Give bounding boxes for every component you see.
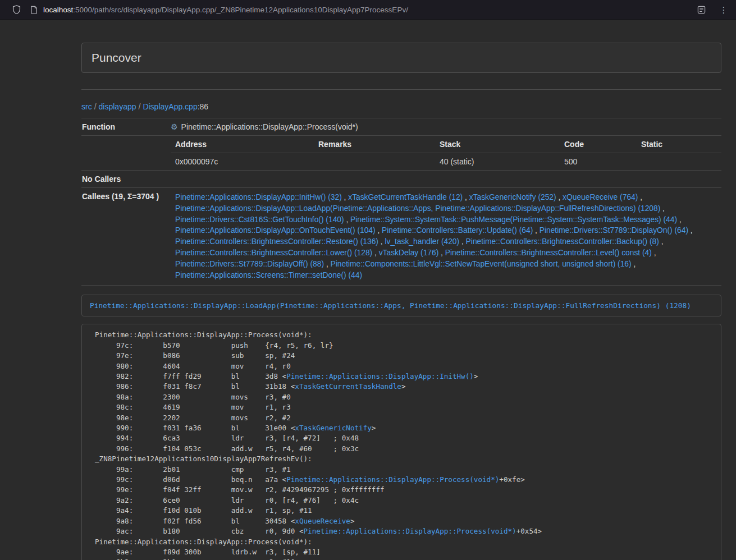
app-title: Puncover <box>92 51 141 64</box>
highlighted-symbol-box: Pinetime::Applications::DisplayApp::Load… <box>81 295 721 316</box>
code-symbol-link[interactable]: xQueueReceive <box>295 517 350 525</box>
callee-link[interactable]: Pinetime::Controllers::BrightnessControl… <box>175 249 372 257</box>
function-details-table: Address Remarks Stack Code Static 0x0000… <box>171 136 721 170</box>
callee-link[interactable]: Pinetime::Applications::DisplayApp::Init… <box>175 193 342 201</box>
callee-link[interactable]: Pinetime::Controllers::BrightnessControl… <box>445 249 652 257</box>
callee-separator: , <box>344 215 351 224</box>
function-name: Pinetime::Applications::DisplayApp::Proc… <box>181 122 358 131</box>
callee-separator: , <box>688 226 693 235</box>
callee-link[interactable]: Pinetime::Drivers::Cst816S::GetTouchInfo… <box>175 215 344 224</box>
col-header-static: Static <box>637 136 721 153</box>
callee-link[interactable]: xQueueReceive (764) <box>563 193 638 201</box>
callee-separator: , <box>533 226 540 235</box>
callee-separator: , <box>324 260 331 268</box>
breadcrumb-separator: / <box>92 102 99 111</box>
callee-link[interactable]: Pinetime::Controllers::Battery::Update()… <box>382 226 533 235</box>
cell-stack: 40 (static) <box>435 153 560 171</box>
url-host: localhost <box>43 6 73 14</box>
breadcrumb-line-number: :86 <box>198 102 208 111</box>
cell-code: 500 <box>560 153 637 171</box>
more-options-icon[interactable]: ⋮ <box>719 6 728 14</box>
col-header-remarks: Remarks <box>314 136 435 153</box>
breadcrumb-link-file[interactable]: DisplayApp.cpp <box>143 102 197 111</box>
callee-separator: , <box>459 237 466 246</box>
col-header-stack: Stack <box>435 136 560 153</box>
disassembly: Pinetime::Applications::DisplayApp::Proc… <box>81 324 721 560</box>
callee-separator: , <box>372 249 379 257</box>
function-details-row: Address Remarks Stack Code Static 0x0000… <box>81 136 721 171</box>
code-symbol-link[interactable]: Pinetime::Applications::DisplayApp::Init… <box>286 372 474 380</box>
app-header: Puncover <box>81 43 721 73</box>
callee-link[interactable]: vTaskDelay (176) <box>379 249 439 257</box>
callee-separator: , <box>376 226 382 235</box>
function-row: Function ⚙Pinetime::Applications::Displa… <box>81 118 721 136</box>
function-table: Function ⚙Pinetime::Applications::Displa… <box>81 118 721 286</box>
divider <box>81 89 721 90</box>
callee-separator: , <box>556 193 563 201</box>
code-symbol-link[interactable]: xTaskGetCurrentTaskHandle <box>295 382 401 391</box>
reader-view-icon[interactable] <box>697 6 706 14</box>
callees-row: Callees (19, Σ=3704 ) Pinetime::Applicat… <box>81 188 721 286</box>
callee-separator: , <box>638 193 642 201</box>
callee-link[interactable]: lv_task_handler (420) <box>385 237 459 246</box>
function-label: Function <box>81 118 166 136</box>
code-symbol-link[interactable]: Pinetime::Applications::DisplayApp::Proc… <box>286 475 499 484</box>
cell-address: 0x0000097c <box>171 153 314 171</box>
col-header-address: Address <box>171 136 314 153</box>
tracking-protection-shield-icon[interactable] <box>12 5 21 14</box>
breadcrumb-link-src[interactable]: src <box>81 102 92 111</box>
callees-label: Callees (19, Σ=3704 ) <box>81 188 166 286</box>
callee-separator: , <box>378 237 385 246</box>
callee-link[interactable]: Pinetime::Components::LittleVgl::SetNewT… <box>331 260 632 268</box>
callee-link[interactable]: Pinetime::Applications::DisplayApp::OnTo… <box>175 226 376 235</box>
callee-link[interactable]: Pinetime::Drivers::St7789::DisplayOn() (… <box>540 226 688 235</box>
no-callers-row: No Callers <box>81 171 721 188</box>
empty-label-cell <box>81 136 166 171</box>
details-value-row: 0x0000097c 40 (static) 500 <box>171 153 721 171</box>
breadcrumb-separator: / <box>136 102 143 111</box>
callees-list: Pinetime::Applications::DisplayApp::Init… <box>166 188 721 286</box>
page-info-icon[interactable] <box>30 6 38 14</box>
page-container: Puncover src/displayapp/DisplayApp.cpp:8… <box>81 43 721 560</box>
cell-remarks <box>314 153 435 171</box>
browser-toolbar: localhost:5000/path/src/displayapp/Displ… <box>0 0 736 20</box>
code-symbol-link[interactable]: Pinetime::Applications::DisplayApp::Proc… <box>304 527 516 535</box>
callee-link[interactable]: Pinetime::System::SystemTask::PushMessag… <box>350 215 677 224</box>
no-callers-label: No Callers <box>81 171 166 188</box>
callee-separator: , <box>463 193 469 201</box>
callee-link[interactable]: Pinetime::Controllers::BrightnessControl… <box>466 237 659 246</box>
callee-separator: , <box>659 237 664 246</box>
breadcrumb: src/displayapp/DisplayApp.cpp:86 <box>81 102 721 111</box>
callee-link[interactable]: Pinetime::Applications::DisplayApp::Load… <box>175 204 660 213</box>
callee-separator: , <box>438 249 445 257</box>
callee-separator: , <box>342 193 349 201</box>
function-name-cell: ⚙Pinetime::Applications::DisplayApp::Pro… <box>166 118 721 136</box>
cell-static <box>637 153 721 171</box>
callee-link[interactable]: xTaskGenericNotify (252) <box>469 193 556 201</box>
callee-link[interactable]: Pinetime::Applications::Screens::Timer::… <box>175 271 362 279</box>
highlighted-symbol-link[interactable]: Pinetime::Applications::DisplayApp::Load… <box>90 301 691 310</box>
callee-separator: , <box>632 260 636 268</box>
callee-link[interactable]: Pinetime::Controllers::BrightnessControl… <box>175 237 378 246</box>
function-icon: ⚙ <box>171 122 178 131</box>
callee-link[interactable]: xTaskGetCurrentTaskHandle (12) <box>348 193 463 201</box>
no-callers-empty-cell <box>166 171 721 188</box>
col-header-code: Code <box>560 136 637 153</box>
callee-separator: , <box>660 204 665 213</box>
breadcrumb-link-displayapp[interactable]: displayapp <box>99 102 136 111</box>
callee-separator: , <box>677 215 682 224</box>
callee-separator: , <box>652 249 656 257</box>
url-bar[interactable]: localhost:5000/path/src/displayapp/Displ… <box>43 6 697 14</box>
details-header-row: Address Remarks Stack Code Static <box>171 136 721 153</box>
code-symbol-link[interactable]: xTaskGenericNotify <box>295 424 371 432</box>
url-path: :5000/path/src/displayapp/DisplayApp.cpp… <box>73 6 408 14</box>
callee-link[interactable]: Pinetime::Drivers::St7789::DisplayOff() … <box>175 260 324 268</box>
